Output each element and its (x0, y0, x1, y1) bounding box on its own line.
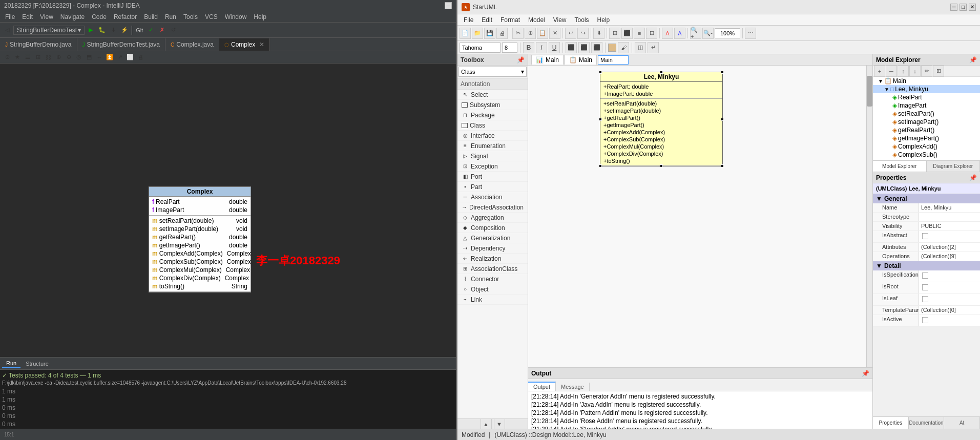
font-name-input[interactable]: Tahoma (460, 43, 501, 53)
tab-stringbufferdemo[interactable]: J StringBufferDemo.java (0, 38, 77, 51)
save-btn[interactable]: 💾 (484, 28, 495, 39)
canvas-tab-main1[interactable]: 📊 Main (531, 55, 564, 65)
props-visibility-value[interactable]: PUBLIC (919, 222, 980, 231)
canvas-tab-main2[interactable]: 📋 Main (565, 55, 597, 65)
secondary-btn-3[interactable]: ☰ (23, 52, 33, 62)
props-name-value[interactable]: Lee, Minkyu (919, 203, 980, 212)
shadow-btn[interactable]: ◫ (635, 42, 646, 53)
left-align-btn[interactable]: ⬛ (566, 42, 577, 53)
secondary-btn-14[interactable]: 🖨 (135, 52, 145, 62)
bold-btn[interactable]: B (523, 42, 534, 53)
toolbox-item-select[interactable]: ↖ Select (457, 90, 528, 100)
open-btn[interactable]: 📁 (472, 28, 483, 39)
toolbox-category-select[interactable]: Class ▾ (458, 67, 527, 77)
more-btn[interactable]: ⋯ (745, 28, 756, 39)
menu-edit[interactable]: Edit (19, 12, 36, 22)
staruml-close-btn[interactable]: ✕ (969, 4, 976, 11)
run-config-selector[interactable]: StringBufferDemoTest ▾ (13, 26, 85, 35)
toolbox-item-connector[interactable]: ⌇ Connector (457, 274, 528, 284)
toolbox-item-association[interactable]: ─ Association (457, 192, 528, 202)
copy-btn[interactable]: ⊕ (525, 28, 536, 39)
color-btn-2[interactable]: A (674, 28, 685, 39)
tree-item-lee-minkyu[interactable]: ▼ □ Lee, Minkyu (873, 85, 980, 93)
resize-tr[interactable] (721, 71, 724, 74)
staruml-menu-file[interactable]: File (460, 15, 477, 25)
explorer-pin-icon[interactable]: 📌 (969, 56, 977, 64)
redo-btn[interactable]: ↪ (577, 28, 589, 39)
toolbox-item-generalization[interactable]: △ Generalization (457, 233, 528, 243)
canvas-scroll-thumb[interactable] (867, 76, 872, 107)
tab-stringbufferdemotest[interactable]: J StringBufferDemoTest.java (77, 38, 166, 51)
staruml-menu-edit[interactable]: Edit (477, 15, 496, 25)
tree-item-complexsub[interactable]: ◈ ComplexSub() (873, 151, 980, 159)
props-templateparam-value[interactable]: (Collection)[0] (919, 306, 980, 315)
secondary-btn-5[interactable]: ⛓ (43, 52, 53, 62)
toolbox-item-signal[interactable]: ▷ Signal (457, 151, 528, 161)
output-tab-output[interactable]: Output (528, 382, 556, 391)
new-btn[interactable]: 📄 (460, 28, 471, 39)
tree-item-complexadd[interactable]: ◈ ComplexAdd() (873, 142, 980, 151)
toolbox-item-package[interactable]: ⊓ Package (457, 110, 528, 120)
secondary-btn-10[interactable]: ↔ (94, 52, 105, 62)
menu-view[interactable]: View (37, 12, 56, 22)
secondary-btn-4[interactable]: ⊞ (33, 52, 43, 62)
resize-br[interactable] (721, 164, 724, 167)
color-btn-1[interactable]: A (662, 28, 673, 39)
underline-btn[interactable]: U (549, 42, 560, 53)
undo-btn[interactable]: ↩ (565, 28, 576, 39)
tab-model-explorer[interactable]: Model Explorer (873, 161, 927, 172)
menu-navigate[interactable]: Navigate (57, 12, 88, 22)
isspec-checkbox[interactable] (922, 273, 928, 279)
secondary-btn-1[interactable]: ⊙ (2, 52, 12, 62)
tree-item-main[interactable]: ▼ 📋 Main (873, 77, 980, 85)
isactive-checkbox[interactable] (922, 317, 928, 323)
resize-ml[interactable] (599, 118, 602, 121)
menu-refactor[interactable]: Refactor (111, 12, 140, 22)
git-btn[interactable]: Git (134, 25, 144, 35)
explorer-remove-btn[interactable]: ─ (886, 66, 897, 77)
toolbox-item-directed-association[interactable]: → DirectedAssociation (457, 202, 528, 213)
staruml-menu-tools[interactable]: Tools (571, 15, 593, 25)
menu-run[interactable]: Run (162, 12, 179, 22)
font-size-input[interactable]: 8 (502, 43, 517, 53)
menu-help[interactable]: Help (251, 12, 269, 22)
toolbox-item-exception[interactable]: ⊡ Exception (457, 161, 528, 172)
tab-diagram-explorer[interactable]: Diagram Explorer (927, 161, 981, 172)
resize-bc[interactable] (660, 164, 663, 167)
staruml-minimize-btn[interactable]: ─ (950, 4, 957, 11)
profiler-btn[interactable]: ⚡ (119, 25, 130, 35)
toolbox-item-aggregation[interactable]: ◇ Aggregation (457, 213, 528, 223)
print-btn[interactable]: 🖨 (496, 28, 508, 39)
menu-code[interactable]: Code (89, 12, 110, 22)
staruml-menu-model[interactable]: Model (524, 15, 549, 25)
staruml-menu-format[interactable]: Format (496, 15, 524, 25)
toolbox-item-part[interactable]: ▪ Part (457, 182, 528, 192)
resize-tc[interactable] (660, 71, 663, 74)
paste-btn[interactable]: 📋 (537, 28, 548, 39)
secondary-btn-8[interactable]: ◎ (74, 52, 84, 62)
toolbox-item-dependency[interactable]: ⇢ Dependency (457, 243, 528, 254)
zoom-out-btn[interactable]: 🔍- (702, 28, 714, 39)
props-operations-value[interactable]: (Collection)[9] (919, 252, 980, 261)
staruml-maximize-btn[interactable]: □ (960, 4, 967, 11)
tab-at[interactable]: At (944, 417, 980, 429)
toolbox-scroll-down[interactable]: ▼ (494, 418, 505, 429)
align-btn[interactable]: ≡ (634, 28, 645, 39)
bottom-tab-run[interactable]: Run (2, 359, 20, 368)
resize-mr[interactable] (721, 118, 724, 121)
git-x-btn[interactable]: ✗ (157, 25, 167, 35)
tree-item-realpart[interactable]: ◈ RealPart (873, 93, 980, 101)
tree-item-setrealpart[interactable]: ◈ setRealPart() (873, 110, 980, 118)
toolbox-item-interface[interactable]: ◎ Interface (457, 131, 528, 141)
font-color-btn[interactable]: 🖌 (618, 42, 629, 53)
wordwrap-btn[interactable]: ↵ (648, 42, 659, 53)
delete-btn[interactable]: ✕ (549, 28, 560, 39)
zoom-in-btn[interactable]: 🔍+ (690, 28, 701, 39)
bottom-tab-structure[interactable]: Structure (22, 360, 53, 368)
resize-tl[interactable] (599, 71, 602, 74)
cut-btn[interactable]: ✂ (512, 28, 524, 39)
diagram-title-input[interactable] (598, 55, 629, 65)
tree-item-getrealpart[interactable]: ◈ getRealPart() (873, 126, 980, 134)
idea-minimize-btn[interactable]: ─ (445, 2, 452, 9)
explorer-edit-btn[interactable]: ✏ (921, 66, 932, 77)
